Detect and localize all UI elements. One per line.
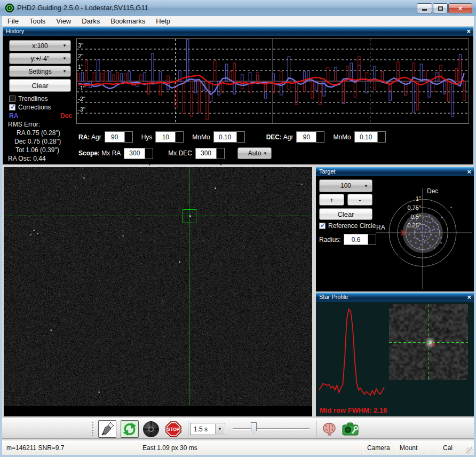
camera-settings-button[interactable]: [342, 421, 360, 439]
menu-tools[interactable]: Tools: [24, 16, 51, 27]
menu-bookmarks[interactable]: Bookmarks: [105, 16, 150, 27]
star-profile-close-icon[interactable]: ×: [467, 293, 471, 302]
statusbar: m=146211 SNR=9.7 East 1.09 px 30 ms Came…: [2, 440, 474, 455]
history-panel: History × x:100 ▼ y:+/-4'' ▼ Settings ▼ …: [3, 27, 473, 164]
corrections-checkbox[interactable]: ✓ Corrections: [9, 104, 51, 111]
guiding-history-graph: 3''2''1''-1''-2''-3'': [76, 38, 469, 124]
ra-legend-label: RA: [9, 112, 18, 120]
toolbar-separator: [188, 421, 188, 437]
gamma-slider-thumb[interactable]: [251, 422, 257, 434]
ra-aggression-spinner[interactable]: 90 ▲▼: [105, 131, 133, 143]
guide-camera-view[interactable]: [4, 167, 312, 416]
spin-up-icon[interactable]: ▲: [145, 148, 153, 158]
target-panel-title: Target: [319, 168, 336, 175]
titlebar[interactable]: PHD2 Guiding 2.5.0 - Lodestar,SV115,G11 …: [0, 0, 476, 16]
spin-up-icon[interactable]: ▲: [125, 132, 132, 141]
statusbar-separator: [427, 443, 427, 454]
chevron-down-icon: ▼: [62, 69, 67, 74]
trendlines-checkbox[interactable]: Trendlines: [9, 95, 48, 103]
target-scatter-plot: 0.25''0.5''0.75''1''DecRA: [316, 176, 474, 291]
begin-guiding-button[interactable]: [142, 420, 160, 438]
gamma-slider-track[interactable]: [233, 428, 310, 430]
statusbar-separator: [396, 443, 396, 454]
main-toolbar: STOP 1.5 s ▼: [2, 418, 474, 439]
ra-param-label: RA:: [78, 133, 90, 141]
star-mass-snr-status: m=146211 SNR=9.7: [6, 444, 65, 452]
menubar: File Tools View Darks Bookmarks Help: [2, 16, 474, 27]
star-zoom-image: [389, 304, 468, 380]
y-scale-dropdown[interactable]: y:+/-4'' ▼: [9, 53, 71, 64]
max-dec-spinner[interactable]: 300 ▲▼: [195, 148, 225, 159]
svg-text:-1'': -1'': [78, 85, 85, 91]
svg-text:3'': 3'': [78, 42, 83, 49]
history-panel-body: x:100 ▼ y:+/-4'' ▼ Settings ▼ Clear Tren…: [3, 36, 473, 164]
target-panel-header[interactable]: Target ×: [316, 167, 474, 176]
history-close-icon[interactable]: ×: [466, 27, 471, 36]
statusbar-separator: [439, 443, 439, 454]
spin-down-icon[interactable]: ▼: [378, 141, 385, 151]
spin-down-icon[interactable]: ▼: [316, 141, 324, 151]
fwhm-readout: Mid row FWHM: 2.16: [320, 406, 387, 414]
x-scale-dropdown[interactable]: x:100 ▼: [9, 40, 71, 51]
loop-exposures-button[interactable]: [121, 420, 139, 438]
history-panel-header[interactable]: History ×: [3, 27, 473, 36]
cal-status: Cal: [443, 444, 453, 452]
ra-dec-params-row: RA: Agr 90 ▲▼ Hys 10 ▲▼ MnMo 0.10 ▲▼: [78, 131, 386, 143]
resize-grip[interactable]: [466, 447, 473, 454]
chevron-down-icon: ▼: [62, 43, 67, 48]
svg-text:STOP: STOP: [168, 427, 180, 432]
checkbox-unchecked[interactable]: [9, 96, 15, 102]
mount-status: Mount: [400, 444, 417, 452]
brain-icon: [321, 421, 337, 437]
menu-view[interactable]: View: [51, 16, 76, 27]
spin-up-icon[interactable]: ▲: [316, 132, 324, 141]
clear-history-button[interactable]: Clear: [9, 79, 71, 92]
svg-text:RA: RA: [376, 224, 385, 231]
maximize-button[interactable]: [433, 3, 448, 13]
guide-step-status: East 1.09 px 30 ms: [142, 444, 197, 452]
chevron-down-icon: ▼: [263, 151, 267, 156]
star-lock-box: [183, 209, 196, 223]
hysteresis-spinner[interactable]: 10 ▲▼: [155, 131, 184, 143]
toolbar-grip[interactable]: [92, 422, 93, 436]
connect-equipment-button[interactable]: [98, 420, 116, 438]
svg-text:-2'': -2'': [78, 96, 85, 102]
spin-up-icon[interactable]: ▲: [237, 132, 244, 141]
menu-file[interactable]: File: [2, 16, 24, 27]
minimize-button[interactable]: [417, 3, 432, 13]
loop-arrows-icon: [122, 421, 138, 437]
history-panel-title: History: [6, 28, 24, 34]
check-icon: ✓: [10, 103, 15, 111]
spin-up-icon[interactable]: ▲: [378, 132, 385, 141]
max-dec-label: Mx DEC: [168, 149, 192, 157]
settings-dropdown[interactable]: Settings ▼: [9, 66, 71, 77]
target-close-icon[interactable]: ×: [467, 167, 471, 176]
spin-down-icon[interactable]: ▼: [145, 158, 153, 168]
dec-aggression-spinner[interactable]: 90 ▲▼: [296, 131, 324, 143]
checkbox-checked[interactable]: ✓: [9, 104, 15, 111]
ra-minmove-spinner[interactable]: 0.10 ▲▼: [213, 131, 245, 143]
spin-down-icon[interactable]: ▼: [217, 158, 224, 168]
guide-camera-canvas[interactable]: [4, 167, 312, 406]
max-ra-spinner[interactable]: 300 ▲▼: [124, 148, 153, 159]
advanced-settings-button[interactable]: [321, 421, 337, 439]
spin-up-icon[interactable]: ▲: [176, 132, 183, 141]
ra-minmove-label: MnMo: [192, 133, 210, 141]
svg-text:2'': 2'': [78, 53, 83, 59]
close-button[interactable]: ×: [448, 3, 472, 13]
target-panel: Target × 100 ▼ + - Clear ✓ Reference Cir…: [316, 167, 474, 291]
rms-tot-value: Tot 1.06 (0.39''): [15, 146, 59, 154]
dec-guide-mode-dropdown[interactable]: Auto ▼: [237, 147, 272, 159]
exposure-duration-dropdown[interactable]: 1.5 s ▼: [190, 423, 225, 435]
stop-sign-icon: STOP: [165, 420, 182, 438]
stop-button[interactable]: STOP: [164, 420, 183, 438]
menu-darks[interactable]: Darks: [76, 16, 105, 27]
spin-up-icon[interactable]: ▲: [217, 148, 224, 158]
svg-text:1'': 1'': [78, 64, 83, 70]
star-profile-plot: [317, 303, 387, 405]
dec-minmove-spinner[interactable]: 0.10 ▲▼: [354, 131, 386, 143]
window-title: PHD2 Guiding 2.5.0 - Lodestar,SV115,G11: [17, 4, 148, 12]
star-profile-panel-body: Mid row FWHM: 2.16: [316, 302, 474, 416]
menu-help[interactable]: Help: [150, 16, 176, 27]
star-profile-panel-header[interactable]: Star Profile ×: [316, 293, 474, 302]
